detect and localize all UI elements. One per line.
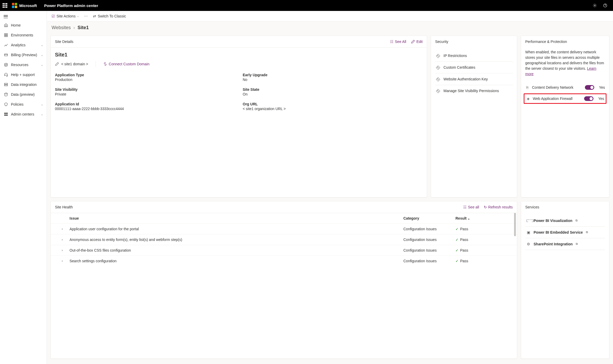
column-issue[interactable]: Issue: [70, 216, 403, 220]
settings-button[interactable]: [590, 0, 600, 11]
category-cell: Configuration Issues: [403, 227, 455, 231]
site-actions-label: Site Actions: [57, 14, 76, 18]
expand-row-button[interactable]: ›: [55, 227, 70, 231]
expand-row-button[interactable]: ›: [55, 238, 70, 241]
nav-policies[interactable]: Policies ⌵: [0, 99, 47, 109]
issue-cell: Application user configuration for the p…: [70, 227, 403, 231]
svg-rect-4: [4, 35, 6, 37]
breadcrumb-websites[interactable]: Websites: [52, 25, 71, 30]
sort-arrow-icon: ▲: [468, 218, 470, 220]
column-result[interactable]: Result▲: [455, 216, 505, 220]
health-table-header: Issue Category Result▲: [51, 213, 517, 223]
help-button[interactable]: [600, 0, 610, 11]
chevron-down-icon: ⌵: [41, 53, 43, 57]
global-header: Microsoft Power Platform admin center: [0, 0, 613, 11]
waf-setting-row: ◈ Web Application Firewall Yes: [524, 93, 606, 104]
svg-point-10: [5, 93, 7, 94]
brand-logo[interactable]: Microsoft: [12, 3, 37, 8]
health-row[interactable]: › Search settings configuration Configur…: [51, 256, 517, 266]
app-launcher-icon[interactable]: [3, 3, 7, 8]
nav-data-preview[interactable]: Data (preview): [0, 90, 47, 99]
security-visibility-permissions[interactable]: ⚿ Manage Site Visibility Permissions: [435, 85, 513, 97]
security-ip-restrictions[interactable]: ⚿ IP Restrictions: [435, 50, 513, 62]
refresh-icon: ↻: [484, 205, 487, 209]
nav-home[interactable]: Home: [0, 20, 47, 30]
health-row[interactable]: › Anonymous access to entity form(s), en…: [51, 234, 517, 245]
nav-environments[interactable]: Environments: [0, 30, 47, 40]
edit-button[interactable]: Edit: [411, 40, 423, 44]
connect-custom-domain-button[interactable]: Connect Custom Domain: [103, 62, 149, 66]
site-actions-button[interactable]: ☑ Site Actions ⌵: [52, 14, 79, 18]
edit-icon[interactable]: [55, 62, 59, 66]
left-navigation: Home Environments Analytics ⌵ Billing (P…: [0, 11, 47, 364]
check-icon: ✓: [455, 227, 459, 231]
headset-icon: [4, 72, 8, 77]
key-icon: ⚿: [435, 76, 441, 82]
svg-rect-8: [4, 83, 8, 84]
health-row[interactable]: › Out-of-the-box CSS files configuration…: [51, 245, 517, 256]
category-cell: Configuration Issues: [403, 238, 455, 242]
column-category[interactable]: Category: [403, 216, 455, 220]
service-sharepoint-integration[interactable]: ⚙ SharePoint Integration ⧉: [525, 238, 605, 250]
nav-billing[interactable]: Billing (Preview) ⌵: [0, 50, 47, 60]
nav-label: Data (preview): [11, 92, 35, 97]
chevron-down-icon: ⌵: [77, 14, 79, 18]
edit-label: Edit: [416, 40, 423, 44]
security-card: Security ⚿ IP Restrictions ⚿ Custom Cert…: [431, 36, 517, 197]
nav-admin-centers[interactable]: Admin centers ⌵: [0, 109, 47, 119]
health-row[interactable]: › Application user configuration for the…: [51, 223, 517, 234]
breadcrumb: Websites › Site1: [47, 21, 613, 33]
app-type-label: Application Type: [55, 73, 235, 77]
issue-cell: Out-of-the-box CSS files configuration: [70, 248, 403, 252]
result-cell: ✓Pass: [455, 238, 505, 242]
service-label: Power BI Embedded Service: [534, 230, 583, 234]
chevron-down-icon: ⌵: [41, 63, 43, 67]
nav-label: Policies: [11, 102, 23, 106]
chevron-down-icon: ⌵: [41, 103, 43, 106]
service-power-bi-visualization[interactable]: ⫍⫎ Power BI Visualization ⧉: [525, 215, 605, 227]
card-title: Performance & Protection: [525, 40, 567, 44]
nav-collapse-button[interactable]: [0, 13, 47, 20]
more-actions-button[interactable]: ⋯: [84, 14, 88, 18]
svg-rect-12: [6, 113, 8, 114]
nav-analytics[interactable]: Analytics ⌵: [0, 40, 47, 50]
svg-rect-9: [4, 85, 8, 86]
link-icon: [103, 62, 107, 66]
see-all-label: See All: [395, 40, 406, 44]
nav-label: Admin centers: [11, 112, 34, 116]
security-custom-certificates[interactable]: ⚿ Custom Certificates: [435, 62, 513, 73]
expand-row-button[interactable]: ›: [55, 248, 70, 252]
check-icon: ✓: [455, 248, 459, 252]
refresh-results-button[interactable]: ↻ Refresh results: [484, 205, 513, 209]
cdn-toggle[interactable]: [585, 85, 594, 90]
see-all-health-button[interactable]: ☷ See all: [463, 205, 479, 209]
nav-label: Resources: [11, 63, 28, 67]
nav-label: Billing (Preview): [11, 53, 37, 57]
issue-cell: Anonymous access to entity form(s), enti…: [70, 238, 403, 242]
chevron-down-icon: ⌵: [41, 43, 43, 47]
billing-icon: [4, 53, 8, 57]
app-type-value: Production: [55, 78, 235, 82]
service-power-bi-embedded[interactable]: ▣ Power BI Embedded Service ⧉: [525, 227, 605, 238]
expand-row-button[interactable]: ›: [55, 259, 70, 263]
scrollbar-thumb[interactable]: [514, 213, 516, 236]
security-item-label: IP Restrictions: [443, 54, 467, 58]
security-website-auth-key[interactable]: ⚿ Website Authentication Key: [435, 73, 513, 85]
admin-centers-icon: [4, 112, 8, 117]
cdn-toggle-value: Yes: [599, 85, 605, 90]
svg-rect-2: [4, 34, 6, 35]
toolbar: ☑ Site Actions ⌵ ⋯ ⇄ Switch To Classic: [47, 11, 613, 21]
nav-label: Analytics: [11, 43, 26, 47]
waf-toggle[interactable]: [584, 96, 593, 101]
nav-help[interactable]: Help + support: [0, 70, 47, 80]
nav-resources[interactable]: Resources ⌵: [0, 60, 47, 70]
nav-data-integration[interactable]: Data integration: [0, 80, 47, 90]
issue-cell: Search settings configuration: [70, 259, 403, 263]
switch-icon: ⇄: [93, 14, 96, 18]
early-upgrade-value: No: [243, 78, 423, 82]
site-domain: < site1 domain >: [61, 62, 88, 66]
embed-icon: ▣: [526, 230, 530, 234]
see-all-button[interactable]: ☷ See All: [390, 40, 406, 44]
security-item-label: Custom Certificates: [443, 65, 475, 69]
switch-to-classic-button[interactable]: ⇄ Switch To Classic: [93, 14, 126, 18]
